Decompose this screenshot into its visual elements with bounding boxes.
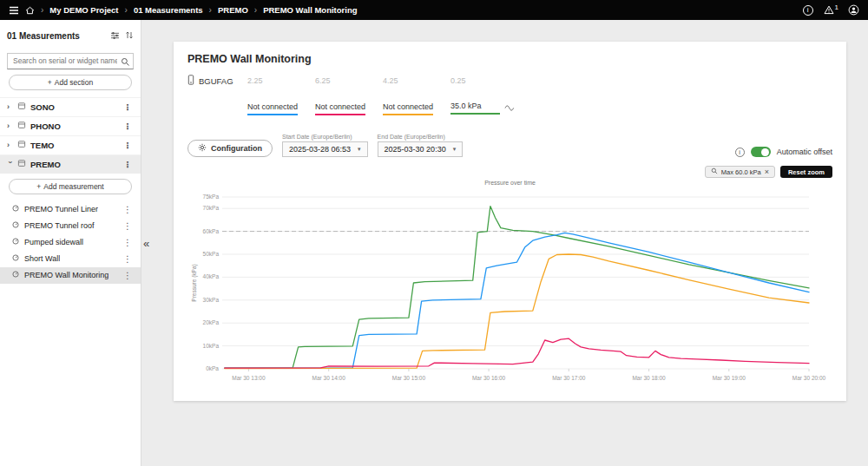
tune-filter-icon[interactable] xyxy=(110,28,120,43)
chart-title: Pressure over time xyxy=(187,180,832,186)
svg-text:30kPa: 30kPa xyxy=(203,297,220,303)
sidebar-group-phono[interactable]: › PHONO ⋮ xyxy=(0,116,141,135)
max-threshold-chip[interactable]: Max 60.0 kPa × xyxy=(705,166,775,178)
chart-container: Pressure over time 0kPa10kPa20kPa30kPa40… xyxy=(187,180,832,395)
gauge-icon xyxy=(11,270,20,280)
max-threshold-label: Max 60.0 kPa xyxy=(721,168,761,176)
kebab-menu-icon[interactable]: ⋮ xyxy=(122,205,134,214)
kebab-menu-icon[interactable]: ⋮ xyxy=(122,160,134,169)
sidebar-group-premo[interactable]: › PREMO ⋮ xyxy=(0,154,141,174)
group-label: SONO xyxy=(30,102,55,112)
menu-icon[interactable] xyxy=(9,6,19,15)
gauge-icon xyxy=(11,237,20,247)
end-date-input[interactable]: 2025-03-30 20:30 ▾ xyxy=(378,141,464,157)
chevron-right-icon: › xyxy=(7,121,13,130)
chart-chips-row: Max 60.0 kPa × Reset zoom xyxy=(187,166,832,178)
breadcrumb-item-measurements[interactable]: 01 Measurements xyxy=(134,5,203,15)
automatic-offset-toggle[interactable] xyxy=(751,147,771,157)
svg-text:40kPa: 40kPa xyxy=(203,273,220,279)
group-box-icon xyxy=(17,121,26,131)
svg-text:Mar 30 13:00: Mar 30 13:00 xyxy=(232,375,266,381)
main-area: « PREMO Wall Monitoring BGUFAG 2.25 6.25… xyxy=(141,20,868,466)
page-title: PREMO Wall Monitoring xyxy=(187,53,832,65)
breadcrumb-item-project[interactable]: My DEMO Project xyxy=(49,5,118,15)
info-icon[interactable]: i xyxy=(803,5,813,16)
configuration-label: Configuration xyxy=(211,144,262,153)
kebab-menu-icon[interactable]: ⋮ xyxy=(122,254,134,264)
measurement-label: Short Wall xyxy=(24,254,60,263)
start-date-input[interactable]: 2025-03-28 06:53 ▾ xyxy=(282,141,368,157)
live-wave-icon[interactable] xyxy=(504,100,516,115)
group-box-icon xyxy=(17,159,26,169)
magnifier-icon xyxy=(711,167,718,176)
sidebar-collapse-icon[interactable]: « xyxy=(143,237,149,250)
kebab-menu-icon[interactable]: ⋮ xyxy=(122,238,134,247)
channel-value: 4.25 xyxy=(383,76,450,85)
svg-text:70kPa: 70kPa xyxy=(203,205,220,211)
channel-value: 0.25 xyxy=(450,76,518,85)
start-date-label: Start Date (Europe/Berlin) xyxy=(282,134,368,140)
svg-text:50kPa: 50kPa xyxy=(203,251,220,257)
measurement-item-pumped-sidewall[interactable]: Pumped sidewall ⋮ xyxy=(0,234,141,251)
measurement-item-tunnel-roof[interactable]: PREMO Tunnel roof ⋮ xyxy=(0,218,141,234)
sort-icon[interactable] xyxy=(125,28,134,43)
measurement-label: PREMO Tunnel Liner xyxy=(24,205,98,213)
add-measurement-button[interactable]: + Add measurement xyxy=(9,179,132,194)
chevron-down-icon: › xyxy=(6,161,15,167)
kebab-menu-icon[interactable]: ⋮ xyxy=(122,271,134,280)
svg-text:Mar 30 15:00: Mar 30 15:00 xyxy=(392,375,426,381)
datalogger-icon xyxy=(187,75,194,87)
sidebar-group-sono[interactable]: › SONO ⋮ xyxy=(0,97,141,116)
start-date-value: 2025-03-28 06:53 xyxy=(289,145,351,154)
kebab-menu-icon[interactable]: ⋮ xyxy=(122,121,134,131)
measurement-item-short-wall[interactable]: Short Wall ⋮ xyxy=(0,251,141,267)
account-avatar-icon[interactable] xyxy=(848,4,859,16)
svg-text:Mar 30 17:00: Mar 30 17:00 xyxy=(552,375,586,381)
gauge-icon xyxy=(11,220,20,231)
kebab-menu-icon[interactable]: ⋮ xyxy=(122,141,134,150)
add-section-button[interactable]: + Add section xyxy=(9,75,132,90)
configuration-button[interactable]: Configuration xyxy=(187,140,273,157)
group-label: PREMO xyxy=(30,160,61,169)
measurement-item-wall-monitoring[interactable]: PREMO Wall Monitoring ⋮ xyxy=(0,267,141,284)
group-label: TEMO xyxy=(30,141,54,150)
breadcrumb-item-premo[interactable]: PREMO xyxy=(218,5,248,15)
svg-text:60kPa: 60kPa xyxy=(203,228,220,234)
sidebar-group-temo[interactable]: › TEMO ⋮ xyxy=(0,135,141,154)
chevron-right-icon: › xyxy=(7,141,13,149)
group-label: PHONO xyxy=(30,121,61,131)
home-icon[interactable] xyxy=(25,6,35,15)
sidebar-title: 01 Measurements xyxy=(7,31,105,41)
plus-icon: + xyxy=(36,182,41,191)
svg-text:Mar 30 14:00: Mar 30 14:00 xyxy=(312,375,346,381)
end-date-label: End Date (Europe/Berlin) xyxy=(378,134,464,140)
channel-value: 6.25 xyxy=(315,76,383,85)
measurement-label: Pumped sidewall xyxy=(24,238,83,246)
alarm-bell-icon[interactable]: 1 xyxy=(824,5,838,15)
breadcrumb-separator: › xyxy=(254,5,257,15)
close-icon[interactable]: × xyxy=(765,167,769,176)
sidebar: 01 Measurements + Add section › SONO ⋮ xyxy=(0,20,141,466)
measurement-label: PREMO Wall Monitoring xyxy=(24,271,108,279)
svg-text:0kPa: 0kPa xyxy=(206,365,219,371)
search-input[interactable] xyxy=(7,53,134,69)
breadcrumb-separator: › xyxy=(41,5,43,15)
kebab-menu-icon[interactable]: ⋮ xyxy=(122,102,134,112)
measurement-label: PREMO Tunnel roof xyxy=(24,221,95,230)
breadcrumb-separator: › xyxy=(209,5,212,15)
reset-zoom-button[interactable]: Reset zoom xyxy=(780,166,832,178)
device-row: BGUFAG 2.25 6.25 4.25 0.25 xyxy=(187,75,832,87)
end-date-group: End Date (Europe/Berlin) 2025-03-30 20:3… xyxy=(378,134,464,157)
plus-icon: + xyxy=(48,78,52,87)
svg-text:Mar 30 19:00: Mar 30 19:00 xyxy=(713,375,746,381)
breadcrumb-item-current[interactable]: PREMO Wall Monitoring xyxy=(263,5,357,15)
measurement-item-tunnel-liner[interactable]: PREMO Tunnel Liner ⋮ xyxy=(0,201,141,218)
kebab-menu-icon[interactable]: ⋮ xyxy=(122,221,134,231)
info-icon[interactable]: i xyxy=(735,148,745,157)
offset-cluster: i Automatic offset xyxy=(735,147,832,157)
breadcrumb-separator: › xyxy=(125,5,128,15)
pressure-chart[interactable]: 0kPa10kPa20kPa30kPa40kPa50kPa60kPa70kPa7… xyxy=(187,187,830,395)
channel-value: 2.25 xyxy=(247,76,315,85)
search-icon[interactable] xyxy=(121,55,130,70)
gauge-icon xyxy=(11,204,20,214)
